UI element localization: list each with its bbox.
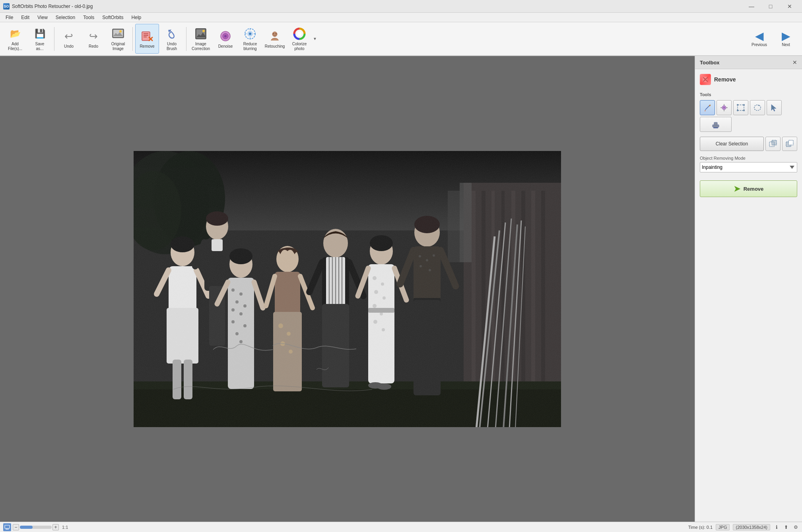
zoom-out-button[interactable]: − — [13, 524, 19, 530]
toolbar-add-files-button[interactable]: 📂 Add File(s)... — [3, 24, 27, 54]
previous-label: Previous — [752, 43, 767, 47]
redo-icon: ↪ — [86, 29, 101, 43]
time-label: Time (s): 0.1 — [688, 525, 713, 530]
toolbar-image-correction-button[interactable]: Image Correction — [189, 24, 213, 54]
photo-display[interactable] — [134, 151, 561, 427]
toolbar-separator-2 — [132, 27, 133, 51]
svg-point-24 — [276, 33, 277, 35]
retouching-label: Retouching — [265, 44, 285, 48]
svg-rect-148 — [713, 127, 718, 128]
save-as-icon: 💾 — [33, 27, 47, 41]
image-correction-label: Image Correction — [192, 42, 210, 51]
svg-rect-130 — [134, 151, 561, 427]
menu-edit[interactable]: Edit — [17, 14, 33, 21]
menu-tools[interactable]: Tools — [79, 14, 98, 21]
close-button[interactable]: ✕ — [781, 0, 799, 13]
zoom-bar[interactable] — [20, 526, 52, 529]
selection-mode-buttons — [765, 137, 797, 151]
save-as-label: Save as... — [35, 42, 45, 51]
toolbox-close-button[interactable]: ✕ — [792, 59, 797, 66]
toolbar-undo-brush-button[interactable]: Undo Brush — [160, 24, 184, 54]
status-right-section: Time (s): 0.1 JPG (2030x1358x24) ℹ ⬆ ⚙ — [688, 524, 799, 530]
svg-point-144 — [758, 105, 759, 106]
status-bar: − + 1:1 Time (s): 0.1 JPG (2030x1358x24)… — [0, 522, 802, 532]
retouching-icon — [268, 29, 282, 43]
menu-selection[interactable]: Selection — [52, 14, 79, 21]
svg-point-11 — [202, 30, 205, 32]
reduce-blurring-label: Reduce blurring — [243, 42, 257, 51]
menu-help[interactable]: Help — [128, 14, 146, 21]
app-icon: SO — [3, 3, 10, 10]
remove-action-button[interactable]: ➤ Remove — [700, 180, 797, 197]
canvas-area[interactable] — [0, 56, 695, 522]
object-removing-label: Object Removing Mode — [700, 156, 797, 161]
clear-selection-button[interactable]: Clear Selection — [700, 137, 764, 151]
remove-action-arrow-icon: ➤ — [734, 184, 740, 193]
svg-point-138 — [723, 107, 725, 108]
svg-rect-153 — [5, 525, 10, 528]
photo-container — [0, 56, 695, 522]
toolbar-retouching-button[interactable]: Retouching — [263, 24, 287, 54]
title-bar: SO SoftOrbits Photo Retoucher - old-0.jp… — [0, 0, 802, 13]
tool-stamp-button[interactable] — [700, 117, 732, 132]
toolbar-save-as-button[interactable]: 💾 Save as... — [28, 24, 52, 54]
zoom-level: 1:1 — [62, 525, 68, 530]
svg-point-141 — [743, 104, 745, 106]
tool-rect-select-button[interactable] — [733, 100, 748, 115]
toolbar-original-image-button[interactable]: Original Image — [106, 24, 130, 54]
window-title: SoftOrbits Photo Retoucher - old-0.jpg — [12, 4, 742, 9]
toolbar-separator-1 — [54, 27, 54, 51]
toolbar-undo-button[interactable]: ↩ Undo — [57, 24, 81, 54]
sel-add-button[interactable] — [765, 137, 781, 151]
menu-view[interactable]: View — [33, 14, 52, 21]
dimensions-badge: (2030x1358x24) — [733, 524, 770, 530]
add-files-icon: 📂 — [8, 27, 22, 41]
toolbar-remove-button[interactable]: Remove — [135, 24, 159, 54]
tool-brush-button[interactable] — [700, 100, 715, 115]
remove-section-title: Remove — [714, 76, 736, 83]
tool-lasso-button[interactable] — [750, 100, 765, 115]
svg-rect-152 — [788, 140, 793, 145]
toolbox-header: Toolbox ✕ — [695, 56, 802, 69]
toolbar-denoise-button[interactable]: Denoise — [214, 24, 237, 54]
toolbar-previous-button[interactable]: ◀ Previous — [746, 24, 772, 54]
window-controls: — □ ✕ — [742, 0, 799, 13]
status-monitor-icon — [3, 523, 11, 531]
svg-point-17 — [249, 33, 251, 35]
svg-rect-139 — [738, 105, 744, 110]
svg-marker-145 — [771, 104, 776, 111]
status-info-icon[interactable]: ℹ — [773, 524, 780, 530]
zoom-in-button[interactable]: + — [52, 524, 59, 530]
toolbar-next-button[interactable]: ▶ Next — [773, 24, 799, 54]
status-settings-icon[interactable]: ⚙ — [792, 524, 799, 530]
svg-rect-4 — [142, 32, 150, 41]
toolbar-colorize-button[interactable]: Colorize photo — [287, 24, 311, 54]
object-removing-mode-select[interactable]: Inpainting Content-Aware Fill Background — [700, 162, 797, 172]
maximize-button[interactable]: □ — [761, 0, 780, 13]
undo-icon: ↩ — [62, 29, 76, 43]
svg-point-3 — [119, 30, 122, 33]
menu-file[interactable]: File — [2, 14, 17, 21]
toolbox-content: Remove Tools — [695, 69, 802, 522]
toolbar-more-button[interactable]: ▼ — [312, 37, 318, 41]
svg-point-140 — [737, 104, 738, 106]
denoise-label: Denoise — [218, 44, 233, 48]
svg-rect-147 — [714, 122, 717, 125]
remove-icon — [140, 29, 154, 43]
original-image-icon — [111, 27, 125, 41]
zoom-controls: − + — [13, 524, 59, 530]
remove-label: Remove — [140, 44, 154, 48]
sel-subtract-button[interactable] — [782, 137, 797, 151]
clear-selection-row: Clear Selection — [700, 137, 797, 151]
toolbar-reduce-blurring-button[interactable]: Reduce blurring — [238, 24, 262, 54]
tool-magic-wand-button[interactable] — [717, 100, 732, 115]
original-image-label: Original Image — [111, 42, 125, 51]
image-correction-icon — [194, 27, 208, 41]
menu-softorbits[interactable]: SoftOrbits — [98, 14, 127, 21]
undo-brush-icon — [165, 27, 179, 41]
tool-arrow-button[interactable] — [767, 100, 782, 115]
reduce-blurring-icon — [243, 27, 257, 41]
minimize-button[interactable]: — — [742, 0, 761, 13]
toolbar-redo-button[interactable]: ↪ Redo — [82, 24, 105, 54]
status-share-icon[interactable]: ⬆ — [783, 524, 789, 530]
